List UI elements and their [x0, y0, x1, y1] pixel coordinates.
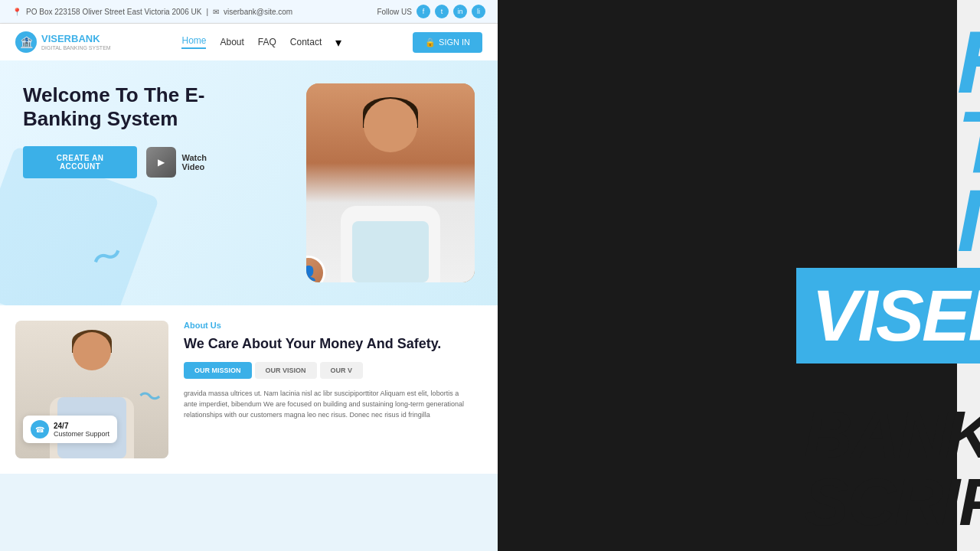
support-icon: ☎	[31, 420, 49, 439]
follow-us-label: Follow US	[377, 8, 412, 16]
topbar-email: viserbank@site.com	[224, 8, 292, 16]
location-icon: 📍	[12, 8, 21, 16]
overlay-panel: HOW TO INSTALL VISERBANK BANK SCRIPT	[452, 0, 980, 551]
nav-links: Home About FAQ Contact ▾	[181, 35, 341, 50]
bank-script-area: BANK SCRIPT	[804, 401, 980, 536]
email-icon: ✉	[213, 8, 219, 16]
website-topbar: 📍 PO Box 223158 Oliver Street East Victo…	[0, 0, 498, 24]
divider: |	[206, 8, 208, 16]
about-label: About Us	[184, 321, 467, 330]
nav-home[interactable]: Home	[181, 35, 206, 49]
logo-icon: 🏦	[15, 31, 37, 53]
viserbank-text: VISERBANK	[812, 279, 965, 352]
lock-icon: 🔒	[425, 37, 436, 47]
twitter-icon: t	[435, 5, 449, 18]
nav-contact[interactable]: Contact	[290, 37, 322, 47]
hero-title: Welcome To The E-Banking System	[23, 83, 230, 131]
tab-our-values[interactable]: OUR V	[320, 362, 364, 379]
tab-our-vision[interactable]: OUR VISION	[255, 362, 317, 379]
support-247: 24/7	[54, 422, 109, 430]
topbar-address-area: 📍 PO Box 223158 Oliver Street East Victo…	[12, 8, 292, 16]
tab-our-mission[interactable]: OUR MISSION	[184, 362, 252, 379]
how-to-line2: INSTALL	[957, 181, 980, 261]
bottom-head	[73, 332, 111, 370]
person-image	[306, 83, 475, 282]
topbar-address: PO Box 223158 Oliver Street East Victori…	[26, 8, 201, 16]
bottom-section: ☎ 24/7 Customer Support 〜 About Us We Ca…	[0, 305, 498, 474]
nav-logo: 🏦 VISERBANK DIGITAL BANKING SYSTEM	[15, 31, 111, 53]
nav-chevron: ▾	[335, 35, 341, 50]
how-to-text: HOW TO INSTALL	[957, 23, 980, 261]
support-text: 24/7 Customer Support	[54, 422, 109, 438]
how-to-line1: HOW TO	[957, 23, 980, 181]
hero-right: 👤	[306, 83, 475, 282]
support-badge: ☎ 24/7 Customer Support	[23, 416, 117, 443]
watch-label: Watch Video	[182, 153, 230, 171]
logo-subtitle: DIGITAL BANKING SYSTEM	[41, 45, 111, 51]
about-title: We Care About Your Money And Safety.	[184, 336, 467, 353]
logo-text-block: VISERBANK DIGITAL BANKING SYSTEM	[41, 34, 111, 50]
watch-video-button[interactable]: ▶ Watch Video	[146, 147, 230, 178]
hero-section: Welcome To The E-Banking System 〜 CREATE…	[0, 60, 498, 305]
logo-name: VISERBANK	[41, 34, 111, 44]
video-thumbnail: ▶	[146, 147, 175, 178]
hero-left: Welcome To The E-Banking System 〜 CREATE…	[23, 83, 230, 178]
hero-image: 👤	[306, 83, 475, 282]
about-tabs: OUR MISSION OUR VISION OUR V	[184, 362, 467, 379]
viserbank-banner: VISERBANK	[796, 268, 980, 364]
create-account-button[interactable]: CREATE AN ACCOUNT	[23, 146, 137, 178]
hero-buttons: CREATE AN ACCOUNT ▶ Watch Video	[23, 146, 230, 178]
about-content: About Us We Care About Your Money And Sa…	[168, 321, 482, 458]
how-to-area: HOW TO INSTALL	[957, 23, 980, 261]
website-nav: 🏦 VISERBANK DIGITAL BANKING SYSTEM Home …	[0, 24, 498, 60]
bottom-person-image: ☎ 24/7 Customer Support 〜	[15, 321, 168, 458]
nav-faq[interactable]: FAQ	[258, 37, 276, 47]
person-head	[364, 99, 417, 152]
support-label: Customer Support	[54, 430, 109, 438]
person-body	[341, 206, 440, 282]
bank-script-text: BANK SCRIPT	[804, 401, 980, 536]
facebook-icon: f	[416, 5, 430, 18]
website-screenshot: 📍 PO Box 223158 Oliver Street East Victo…	[0, 0, 498, 551]
about-body-text: gravida massa ultrices ut. Nam lacinia n…	[184, 388, 467, 421]
nav-about[interactable]: About	[220, 37, 243, 47]
